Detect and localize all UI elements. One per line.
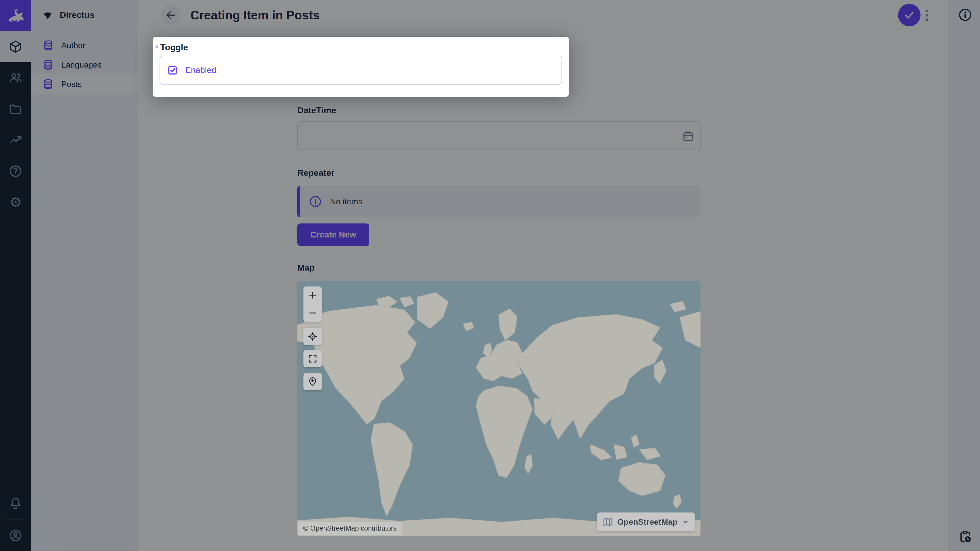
checkbox-icon (167, 65, 178, 75)
toggle-field-spotlight: Toggle Enabled (153, 37, 569, 97)
add-location-button[interactable] (304, 373, 322, 390)
plus-icon (307, 290, 318, 300)
edited-dot (156, 45, 158, 48)
basemap-selector[interactable]: OpenStreetMap (597, 513, 695, 531)
add-location-icon (307, 376, 318, 387)
zoom-out-button[interactable] (304, 304, 322, 322)
zoom-in-button[interactable] (304, 286, 322, 304)
geolocate-icon (307, 331, 318, 341)
fullscreen-icon (307, 354, 318, 364)
map-fullscreen-control (304, 350, 322, 367)
map-zoom-controls (304, 286, 322, 322)
fullscreen-button[interactable] (304, 350, 322, 367)
world-map-image (298, 281, 700, 536)
minus-icon (307, 308, 318, 318)
map-icon (603, 516, 613, 527)
toggle-value-label[interactable]: Enabled (185, 65, 216, 75)
directus-app: ⚙ Directus (0, 0, 980, 551)
geolocate-button[interactable] (304, 328, 322, 345)
toggle-input[interactable]: Enabled (159, 56, 562, 85)
basemap-label: OpenStreetMap (617, 517, 678, 527)
map-canvas[interactable]: © OpenStreetMap contributors OpenStreetM… (298, 281, 700, 536)
map-geolocate-control (304, 328, 322, 345)
checkbox-checked[interactable] (167, 65, 178, 75)
toggle-label: Toggle (160, 42, 188, 52)
map-add-location-control (304, 373, 322, 390)
map-attribution: © OpenStreetMap contributors (298, 522, 402, 535)
chevron-down-icon (682, 518, 689, 526)
